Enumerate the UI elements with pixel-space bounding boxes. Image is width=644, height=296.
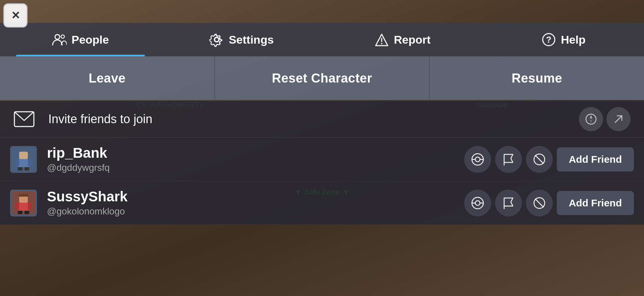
reset-character-button[interactable]: Reset Character	[215, 56, 430, 100]
svg-marker-12	[590, 119, 592, 123]
player-info-sussy-shark: SussyShark @gokolonomklogo	[47, 189, 454, 216]
svg-point-3	[215, 38, 219, 42]
nav-item-people[interactable]: People	[0, 23, 161, 56]
help-icon: ?	[541, 32, 556, 47]
player-avatar-rip-bank	[10, 146, 37, 173]
svg-line-26	[535, 155, 543, 163]
svg-marker-11	[590, 115, 592, 119]
top-nav: People Settings Report	[0, 23, 644, 56]
svg-rect-19	[24, 167, 29, 170]
player-list: rip_Bank @dgddywgrsfq	[0, 138, 644, 225]
player-info-rip-bank: rip_Bank @dgddywgrsfq	[47, 145, 454, 173]
svg-line-41	[535, 199, 543, 207]
svg-rect-17	[28, 159, 32, 166]
arrow-icon-button[interactable]	[606, 107, 631, 131]
block-button-sussy-shark[interactable]	[526, 190, 553, 216]
leave-button[interactable]: Leave	[0, 56, 215, 100]
svg-point-0	[55, 35, 60, 39]
svg-point-6	[381, 43, 382, 44]
block-button-rip-bank[interactable]	[526, 146, 553, 173]
invite-section: Invite friends to join	[0, 101, 644, 138]
player-item-sussy-shark: SussyShark @gokolonomklogo	[0, 181, 644, 225]
svg-point-36	[475, 201, 480, 205]
ui-overlay: ✕ People	[0, 0, 644, 296]
nav-item-report[interactable]: Report	[322, 23, 483, 56]
add-friend-button-sussy-shark[interactable]: Add Friend	[557, 191, 634, 215]
svg-point-21	[475, 157, 480, 162]
nav-report-label: Report	[394, 33, 431, 46]
player-item-rip-bank: rip_Bank @dgddywgrsfq	[0, 138, 644, 181]
svg-rect-31	[28, 203, 32, 209]
player-name-rip-bank: rip_Bank	[47, 145, 454, 161]
player-handle-rip-bank: @dgddywgrsfq	[47, 162, 454, 173]
invite-text: Invite friends to join	[48, 112, 152, 126]
invite-right-icons	[579, 107, 631, 131]
player-name-sussy-shark: SussyShark	[47, 189, 454, 204]
report-button-sussy-shark[interactable]	[495, 190, 522, 216]
report-button-rip-bank[interactable]	[495, 146, 522, 173]
svg-rect-29	[18, 203, 29, 211]
svg-rect-14	[19, 152, 28, 159]
people-icon	[52, 32, 67, 47]
svg-rect-32	[18, 211, 22, 214]
svg-rect-18	[18, 167, 22, 170]
nav-item-settings[interactable]: Settings	[161, 23, 322, 56]
settings-icon	[209, 32, 224, 47]
close-button[interactable]: ✕	[3, 3, 28, 28]
player-handle-sussy-shark: @gokolonomklogo	[47, 206, 454, 217]
nav-item-help[interactable]: ? Help	[483, 23, 644, 56]
nav-settings-label: Settings	[229, 33, 274, 46]
nav-help-label: Help	[561, 33, 586, 46]
mail-icon	[13, 110, 35, 128]
action-row: Leave Reset Character Resume	[0, 56, 644, 100]
svg-point-1	[61, 35, 64, 38]
compass-icon-button[interactable]	[579, 107, 603, 131]
nav-people-label: People	[71, 33, 109, 46]
add-friend-button-rip-bank[interactable]: Add Friend	[557, 147, 634, 171]
player-avatar-sussy-shark	[10, 190, 37, 216]
svg-rect-30	[15, 203, 19, 209]
player-actions-sussy-shark: Add Friend	[464, 190, 634, 216]
view-profile-button-rip-bank[interactable]	[464, 146, 491, 173]
resume-button[interactable]: Resume	[430, 56, 644, 100]
svg-rect-15	[18, 159, 29, 167]
svg-text:?: ?	[546, 35, 551, 45]
report-icon	[374, 32, 389, 47]
svg-rect-16	[15, 159, 19, 166]
svg-rect-34	[18, 194, 29, 197]
svg-rect-33	[24, 211, 29, 214]
player-actions-rip-bank: Add Friend	[464, 146, 634, 173]
view-profile-button-sussy-shark[interactable]	[464, 190, 491, 216]
